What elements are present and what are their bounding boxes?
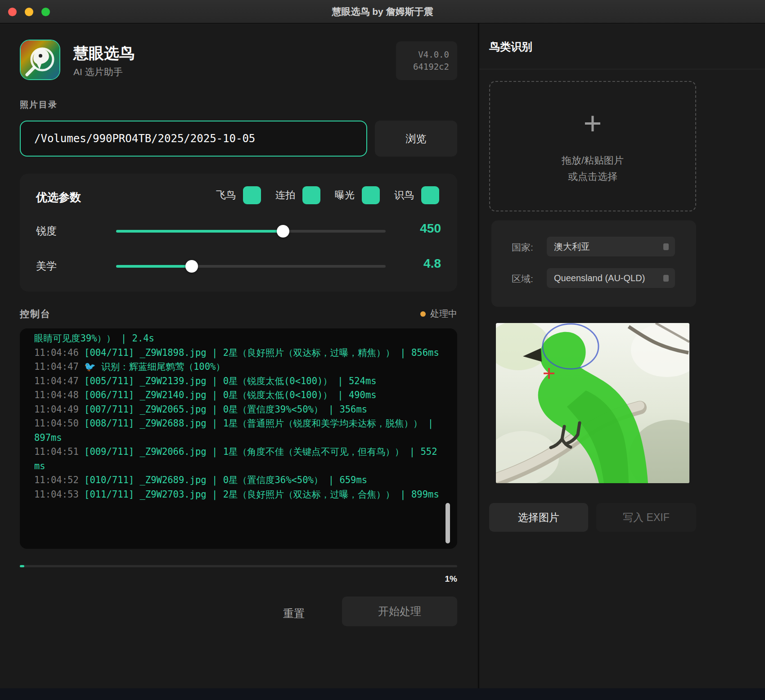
browse-button[interactable]: 浏览 xyxy=(375,121,457,157)
app-icon-art xyxy=(21,40,59,79)
params-checkbox-row: 飞鸟 连拍 曝光 识鸟 xyxy=(216,186,439,204)
progress-percent-label: 1% xyxy=(20,574,457,584)
region-label: 区域: xyxy=(512,273,533,285)
region-select[interactable]: Queensland (AU-QLD) xyxy=(547,268,675,288)
params-title: 优选参数 xyxy=(36,190,81,205)
checkbox-bird-id-label: 识鸟 xyxy=(394,188,414,202)
select-image-button[interactable]: 选择图片 xyxy=(489,503,588,532)
checkbox-flying-bird-box[interactable] xyxy=(243,186,261,204)
select-indicator-icon xyxy=(663,243,669,250)
close-window-button[interactable] xyxy=(8,8,17,16)
bird-segmentation-art xyxy=(496,323,689,483)
aesthetics-slider-thumb[interactable] xyxy=(185,260,198,273)
country-select[interactable]: 澳大利亚 xyxy=(547,237,675,256)
start-processing-button[interactable]: 开始处理 xyxy=(342,597,457,626)
selection-params-card: 优选参数 飞鸟 连拍 曝光 识鸟 锐度 xyxy=(20,174,457,292)
aesthetics-slider-fill xyxy=(116,265,192,268)
zoom-window-button[interactable] xyxy=(41,8,50,16)
bird-recognition-title: 鸟类识别 xyxy=(489,40,532,54)
plus-icon: + xyxy=(584,108,602,139)
sharpness-value: 450 xyxy=(387,221,441,236)
checkbox-bird-id-box[interactable] xyxy=(421,186,439,204)
select-indicator-icon xyxy=(663,275,669,282)
version-number: V4.0.0 xyxy=(396,49,449,61)
log-line: 11:04:46 [004/711] _Z9W1898.jpg | 2星（良好照… xyxy=(34,346,442,360)
aesthetics-slider[interactable] xyxy=(116,265,386,268)
checkbox-flying-bird[interactable]: 飞鸟 xyxy=(216,186,261,204)
checkbox-burst-label: 连拍 xyxy=(275,188,295,202)
log-line: 11:04:50 [008/711] _Z9W2688.jpg | 1星（普通照… xyxy=(34,417,442,445)
log-line: 11:04:48 [006/711] _Z9W2140.jpg | 0星（锐度太… xyxy=(34,388,442,403)
main-panel: 慧眼选鸟 AI 选片助手 V4.0.0 64192c2 照片目录 浏览 优选参数… xyxy=(0,23,477,688)
checkbox-exposure-label: 曝光 xyxy=(335,188,355,202)
bird-recognition-panel: 鸟类识别 + 拖放/粘贴图片 或点击选择 国家: 澳大利亚 区域: Queens… xyxy=(478,23,765,688)
version-badge: V4.0.0 64192c2 xyxy=(396,41,457,80)
sharpness-slider[interactable] xyxy=(116,230,386,233)
app-subtitle: AI 选片助手 xyxy=(73,66,123,78)
country-row: 国家: 澳大利亚 xyxy=(491,237,696,256)
window-title: 慧眼选鸟 by 詹姆斯于震 xyxy=(332,5,433,18)
progress-bar-fill xyxy=(20,565,24,567)
checkbox-burst[interactable]: 连拍 xyxy=(275,186,320,204)
progress-bar xyxy=(20,565,457,567)
app-title: 慧眼选鸟 xyxy=(73,43,135,64)
aesthetics-value: 4.8 xyxy=(387,256,441,271)
traffic-lights xyxy=(8,0,50,23)
log-line: 11:04:53 [011/711] _Z9W2703.jpg | 2星（良好照… xyxy=(34,488,442,502)
log-line: 11:04:49 [007/711] _Z9W2065.jpg | 0星（置信度… xyxy=(34,403,442,417)
minimize-window-button[interactable] xyxy=(25,8,33,16)
sharpness-slider-row: 锐度 450 xyxy=(20,220,457,242)
image-dropzone[interactable]: + 拖放/粘贴图片 或点击选择 xyxy=(489,81,696,211)
write-exif-button[interactable]: 写入 EXIF xyxy=(596,503,696,532)
region-select-value: Queensland (AU-QLD) xyxy=(554,273,663,283)
bottom-edge-band xyxy=(0,688,765,700)
bird-preview-image xyxy=(496,323,689,483)
processing-status-dot xyxy=(420,311,426,317)
console-log[interactable]: 眼睛可见度39%）） | 2.4s 11:04:46 [004/711] _Z9… xyxy=(20,328,457,549)
checkbox-burst-box[interactable] xyxy=(302,186,320,204)
photo-directory-label: 照片目录 xyxy=(20,99,58,111)
log-line: 11:04:47 [005/711] _Z9W2139.jpg | 0星（锐度太… xyxy=(34,374,442,389)
checkbox-bird-id[interactable]: 识鸟 xyxy=(394,186,439,204)
title-bar: 慧眼选鸟 by 詹姆斯于震 xyxy=(0,0,765,23)
region-row: 区域: Queensland (AU-QLD) xyxy=(491,268,696,288)
aesthetics-slider-label: 美学 xyxy=(36,259,57,273)
country-label: 国家: xyxy=(512,241,533,254)
log-line: 11:04:52 [010/711] _Z9W2689.jpg | 0星（置信度… xyxy=(34,473,442,488)
sharpness-slider-fill xyxy=(116,230,283,233)
app-icon xyxy=(20,40,60,80)
sharpness-slider-thumb[interactable] xyxy=(277,225,289,238)
checkbox-exposure-box[interactable] xyxy=(362,186,380,204)
sidebar-divider xyxy=(479,69,765,69)
console-status: 处理中 xyxy=(20,308,457,320)
checkbox-exposure[interactable]: 曝光 xyxy=(335,186,380,204)
photo-directory-input[interactable] xyxy=(20,121,367,157)
log-line: 11:04:51 [009/711] _Z9W2066.jpg | 1星（角度不… xyxy=(34,445,442,473)
console-scrollbar-thumb[interactable] xyxy=(446,503,450,543)
dropzone-hint: 拖放/粘贴图片 或点击选择 xyxy=(562,153,624,185)
aesthetics-slider-row: 美学 4.8 xyxy=(20,256,457,277)
log-line: 眼睛可见度39%）） | 2.4s xyxy=(34,332,442,346)
location-card: 国家: 澳大利亚 区域: Queensland (AU-QLD) xyxy=(491,220,696,307)
reset-button[interactable]: 重置 xyxy=(265,600,323,627)
processing-status-text: 处理中 xyxy=(430,309,457,319)
sharpness-slider-label: 锐度 xyxy=(36,224,57,238)
log-line: 11:04:47 🐦 识别：辉蓝细尾鹩莺（100%） xyxy=(34,360,442,374)
version-build: 64192c2 xyxy=(396,61,449,73)
checkbox-flying-bird-label: 飞鸟 xyxy=(216,188,236,202)
country-select-value: 澳大利亚 xyxy=(554,241,663,253)
